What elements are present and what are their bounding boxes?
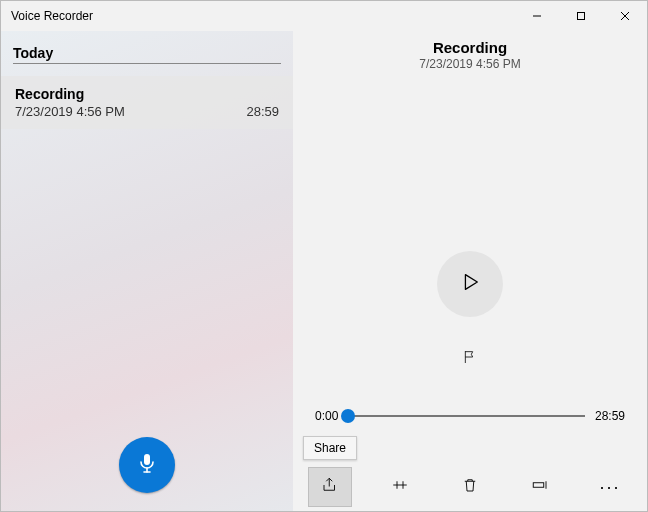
maximize-button[interactable] (559, 1, 603, 31)
close-button[interactable] (603, 1, 647, 31)
rename-icon (531, 476, 549, 498)
more-button[interactable]: ··· (588, 467, 632, 507)
detail-title: Recording (419, 39, 520, 56)
play-icon (459, 271, 481, 297)
share-button[interactable]: Share (308, 467, 352, 507)
minimize-button[interactable] (515, 1, 559, 31)
detail-pane: Recording 7/23/2019 4:56 PM 0:00 28:59 (293, 31, 647, 511)
microphone-icon (135, 451, 159, 479)
play-button[interactable] (437, 251, 503, 317)
app-title: Voice Recorder (1, 9, 93, 23)
section-header: Today (1, 31, 293, 68)
svg-marker-6 (465, 275, 477, 290)
record-button[interactable] (119, 437, 175, 493)
recordings-sidebar: Today Recording 7/23/2019 4:56 PM 28:59 (1, 31, 293, 511)
scrubber-thumb[interactable] (341, 409, 355, 423)
trash-icon (461, 476, 479, 498)
scrubber-track[interactable] (348, 415, 585, 417)
recording-list-item[interactable]: Recording 7/23/2019 4:56 PM 28:59 (1, 76, 293, 129)
svg-rect-10 (533, 483, 544, 488)
section-label: Today (13, 45, 281, 64)
share-icon (321, 476, 339, 498)
delete-button[interactable] (448, 467, 492, 507)
share-tooltip: Share (303, 436, 357, 460)
detail-toolbar: Share (293, 463, 647, 511)
trim-button[interactable] (378, 467, 422, 507)
app-window: Voice Recorder Today Recording 7/23/2019… (0, 0, 648, 512)
detail-date: 7/23/2019 4:56 PM (419, 57, 520, 71)
trim-icon (391, 476, 409, 498)
add-marker-button[interactable] (454, 343, 486, 375)
time-current: 0:00 (315, 409, 338, 423)
detail-header: Recording 7/23/2019 4:56 PM (419, 39, 520, 71)
recording-date: 7/23/2019 4:56 PM (15, 104, 125, 119)
time-total: 28:59 (595, 409, 625, 423)
recording-name: Recording (15, 86, 279, 102)
svg-rect-1 (578, 13, 585, 20)
title-bar: Voice Recorder (1, 1, 647, 31)
flag-icon (462, 349, 478, 369)
recording-duration: 28:59 (246, 104, 279, 119)
rename-button[interactable] (518, 467, 562, 507)
playback-scrubber: 0:00 28:59 (315, 409, 625, 423)
body: Today Recording 7/23/2019 4:56 PM 28:59 … (1, 31, 647, 511)
